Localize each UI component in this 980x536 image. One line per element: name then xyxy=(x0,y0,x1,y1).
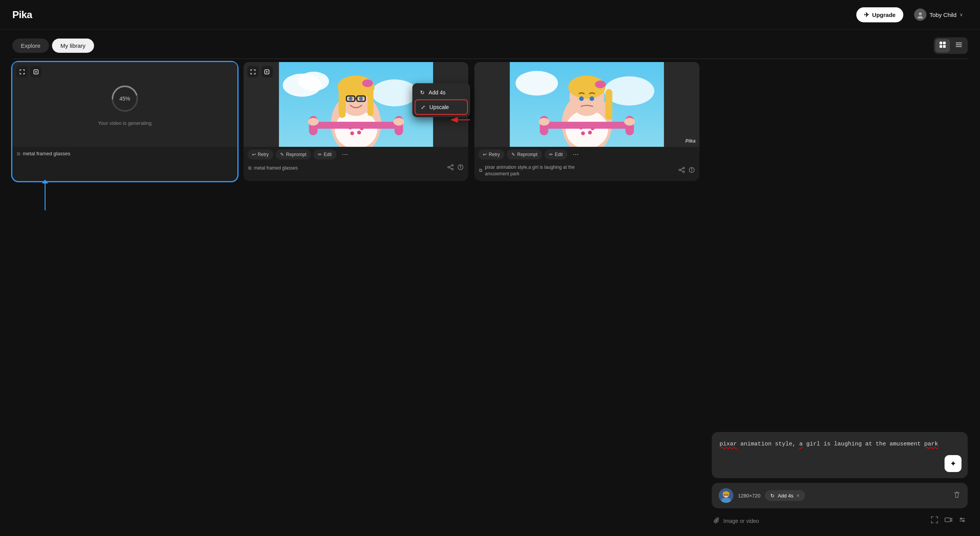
video-card-1: 45% Your video is generating ⧉ metal fra… xyxy=(12,62,237,181)
svg-point-43 xyxy=(452,165,453,166)
prompt-text-2: animation style, xyxy=(740,441,796,447)
header-right: ✈ Upgrade Toby Child ∨ xyxy=(856,6,968,23)
svg-point-18 xyxy=(371,79,417,106)
expand-icon-2[interactable] xyxy=(247,66,259,77)
svg-point-50 xyxy=(461,166,461,166)
share-button-3[interactable] xyxy=(679,167,685,174)
tab-my-library[interactable]: My library xyxy=(52,39,94,53)
add4s-menu-item[interactable]: ↻ Add 4s xyxy=(415,86,468,99)
svg-point-67 xyxy=(579,96,584,101)
copy-icon-2: ⧉ xyxy=(248,165,252,171)
reprompt-icon-2: ✎ xyxy=(280,152,284,157)
svg-rect-29 xyxy=(367,87,373,116)
app-header: Pika ✈ Upgrade Toby Child ∨ xyxy=(0,0,980,30)
user-menu[interactable]: Toby Child ∨ xyxy=(909,6,968,23)
svg-rect-2 xyxy=(940,42,942,44)
avatar xyxy=(914,8,926,21)
reprompt-button-3[interactable]: ✎ Reprompt xyxy=(507,150,542,160)
app-logo: Pika xyxy=(12,9,32,21)
svg-point-17 xyxy=(298,72,329,91)
more-button-2[interactable]: ⋯ xyxy=(339,149,351,160)
reprompt-icon-3: ✎ xyxy=(511,152,515,157)
nav-tabs: Explore My library xyxy=(0,30,980,59)
prompt-word-pixar: pixar xyxy=(719,441,737,447)
card-info-text-3: ⧉ pixar animation style,a girl is laughi… xyxy=(479,164,587,177)
play-icon-2[interactable] xyxy=(261,66,273,77)
edit-icon-2: ✏ xyxy=(318,152,322,157)
svg-point-44 xyxy=(448,166,449,168)
svg-point-61 xyxy=(581,131,585,135)
svg-point-81 xyxy=(691,168,692,169)
svg-marker-10 xyxy=(35,71,37,73)
svg-point-35 xyxy=(359,97,363,101)
edit-button-2[interactable]: ✏ Edit xyxy=(313,150,336,160)
main-content: 45% Your video is generating ⧉ metal fra… xyxy=(0,59,980,533)
bottom-icons xyxy=(931,516,966,526)
card-info-text-2: ⧉ metal framed glasses xyxy=(248,165,298,171)
more-button-3[interactable]: ⋯ xyxy=(570,149,582,160)
svg-point-40 xyxy=(393,118,404,126)
prompt-word-park: park xyxy=(924,441,938,447)
svg-point-39 xyxy=(308,118,318,126)
add4s-close-icon[interactable]: × xyxy=(797,492,800,499)
prompt-word-a: a xyxy=(799,441,803,447)
edit-button-3[interactable]: ✏ Edit xyxy=(545,150,568,160)
card-info-row-3: ⧉ pixar animation style,a girl is laughi… xyxy=(474,163,699,181)
prompt-avatar xyxy=(719,488,733,503)
view-toggle xyxy=(934,37,968,54)
retry-button-2[interactable]: ↩ Retry xyxy=(247,150,274,160)
list-view-button[interactable] xyxy=(951,39,966,52)
svg-line-46 xyxy=(449,166,452,167)
svg-point-74 xyxy=(683,167,684,169)
card-info-row-2: ⧉ metal framed glasses xyxy=(244,163,469,175)
card-bottom-1: ⧉ metal framed glasses xyxy=(12,147,237,161)
video-card-3: Pika ↩ Retry ✎ Reprompt ✏ Edit ⋯ xyxy=(474,62,699,181)
svg-point-90 xyxy=(960,518,962,519)
camera-bottom-button[interactable] xyxy=(945,516,952,526)
settings-bottom-button[interactable] xyxy=(958,516,966,526)
svg-point-75 xyxy=(679,169,681,171)
svg-point-72 xyxy=(539,118,550,126)
retry-button-3[interactable]: ↩ Retry xyxy=(478,150,504,160)
prompt-text-3: girl is laughing at the amusement xyxy=(806,441,924,447)
copy-icon: ⧉ xyxy=(17,151,20,156)
svg-rect-36 xyxy=(309,122,402,129)
reprompt-button-2[interactable]: ✎ Reprompt xyxy=(276,150,311,160)
info-button-3[interactable] xyxy=(689,167,695,174)
video-thumbnail-1: 45% Your video is generating xyxy=(12,62,237,147)
fullscreen-bottom-button[interactable] xyxy=(931,516,938,526)
prompt-submit-button[interactable]: ✦ xyxy=(945,455,962,472)
generating-content: 45% Your video is generating xyxy=(98,62,151,147)
svg-point-62 xyxy=(588,131,592,134)
attach-button[interactable]: Image or video xyxy=(713,518,759,524)
svg-marker-14 xyxy=(42,180,48,183)
fullscreen-icon[interactable] xyxy=(16,66,28,77)
card-top-icons-2 xyxy=(247,66,273,77)
svg-marker-42 xyxy=(266,71,268,73)
user-name: Toby Child xyxy=(930,12,956,18)
svg-rect-88 xyxy=(945,518,950,522)
blue-arrow-annotation xyxy=(34,180,57,216)
share-button-2[interactable] xyxy=(447,164,454,171)
tab-explore[interactable]: Explore xyxy=(12,39,49,53)
play-icon[interactable] xyxy=(30,66,42,77)
info-button-2[interactable] xyxy=(457,164,464,171)
add4s-tag-icon: ↻ xyxy=(770,493,775,499)
svg-point-0 xyxy=(919,12,922,15)
retry-icon-3: ↩ xyxy=(483,152,487,157)
delete-button[interactable] xyxy=(953,491,961,501)
svg-marker-89 xyxy=(950,518,952,521)
grid-view-button[interactable] xyxy=(935,39,950,52)
svg-rect-4 xyxy=(940,45,942,48)
add4s-tag-button[interactable]: ↻ Add 4s × xyxy=(765,490,805,501)
generating-label: Your video is generating xyxy=(98,120,151,126)
resolution-badge: 1280×720 xyxy=(738,493,760,499)
svg-line-77 xyxy=(681,168,683,170)
upgrade-button[interactable]: ✈ Upgrade xyxy=(856,7,903,22)
prompt-panel: pixar animation style, a girl is laughin… xyxy=(706,62,968,533)
svg-rect-28 xyxy=(338,87,345,118)
card-info-actions-3 xyxy=(679,167,695,174)
upscale-menu-item[interactable]: ⤢ Upscale xyxy=(415,99,468,115)
svg-rect-65 xyxy=(605,89,612,120)
card-top-icons-1 xyxy=(16,66,42,77)
